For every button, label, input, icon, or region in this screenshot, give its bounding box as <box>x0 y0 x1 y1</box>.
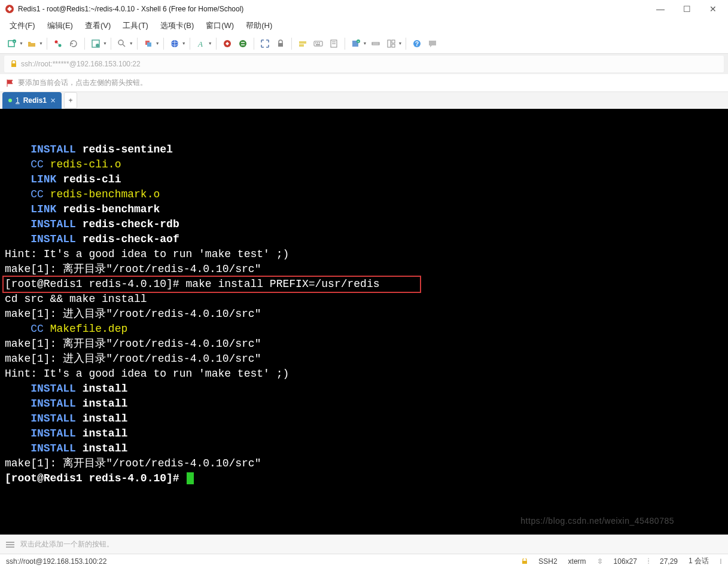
svg-rect-40 <box>11 63 16 67</box>
highlight-icon[interactable] <box>296 36 310 51</box>
statusbar: ssh://root@192.168.153.100:22 SSH2 xterm… <box>0 554 728 568</box>
terminal-line: CC Makefile.dep <box>5 322 723 337</box>
terminal-line: Hint: It's a good idea to run 'make test… <box>5 367 723 381</box>
svg-text:?: ? <box>415 41 419 47</box>
svg-rect-24 <box>317 42 318 44</box>
terminal-line: make[1]: 离开目录"/root/redis-4.0.10/src" <box>5 456 723 471</box>
terminal-line: LINK redis-benchmark <box>5 202 723 217</box>
tab-label: Redis1 <box>23 96 47 105</box>
tab-index: 1 <box>16 96 20 105</box>
status-term: xterm <box>568 557 586 566</box>
svg-text:+: + <box>14 39 16 43</box>
minimize-button[interactable]: — <box>653 4 668 14</box>
xshell-icon[interactable] <box>220 36 234 51</box>
menu-item-2[interactable]: 查看(V) <box>80 19 115 32</box>
compose-menu-icon[interactable] <box>6 542 14 548</box>
compose-icon[interactable] <box>368 36 383 51</box>
disconnect-icon[interactable] <box>51 36 65 51</box>
terminal-line: INSTALL redis-sentinel <box>5 142 723 157</box>
address-url: ssh://root:******@192.168.153.100:22 <box>21 60 141 68</box>
terminal[interactable]: https://blog.csdn.net/weixin_45480785 IN… <box>0 109 728 535</box>
help-icon[interactable]: ? <box>410 36 424 51</box>
svg-rect-36 <box>392 40 395 43</box>
svg-rect-25 <box>319 42 320 44</box>
search-icon[interactable] <box>115 36 129 51</box>
svg-text:A: A <box>197 39 203 48</box>
lock-icon[interactable] <box>273 36 288 51</box>
new-tab-icon[interactable]: + <box>349 36 363 51</box>
status-sessions: 1 会话 <box>689 556 709 566</box>
terminal-line: INSTALL redis-check-rdb <box>5 217 723 232</box>
menu-item-1[interactable]: 编辑(E) <box>42 19 78 32</box>
menu-item-6[interactable]: 帮助(H) <box>241 19 277 32</box>
status-size-icon: ⇳ <box>597 557 603 566</box>
layout-icon[interactable] <box>384 36 398 51</box>
open-icon[interactable] <box>25 36 39 51</box>
svg-line-10 <box>123 44 125 47</box>
font-icon[interactable]: A <box>194 36 208 51</box>
copy-icon[interactable] <box>141 36 156 51</box>
new-session-icon[interactable]: + <box>5 36 19 51</box>
terminal-line: INSTALL install <box>5 426 723 441</box>
watermark-text: https://blog.csdn.net/weixin_45480785 <box>520 514 674 529</box>
svg-rect-20 <box>299 41 306 44</box>
tab-close-icon[interactable]: ✕ <box>50 97 56 105</box>
svg-rect-35 <box>388 40 391 47</box>
status-pos: 27,29 <box>660 557 678 566</box>
properties-icon[interactable] <box>89 36 103 51</box>
svg-rect-37 <box>392 44 395 47</box>
terminal-line: CC redis-benchmark.o <box>5 187 723 202</box>
titlebar: Redis1 - root@Redis1:~/redis-4.0.10 - Xs… <box>0 0 728 18</box>
terminal-line: make[1]: 离开目录"/root/redis-4.0.10/src" <box>5 337 723 352</box>
terminal-line: [root@Redis1 redis-4.0.10]# <box>5 471 723 486</box>
flag-icon[interactable] <box>6 79 14 87</box>
fullscreen-icon[interactable] <box>258 36 272 51</box>
tabstrip: 1 Redis1 ✕ + <box>0 92 728 109</box>
lock-icon <box>10 60 17 68</box>
terminal-line: LINK redis-cli <box>5 172 723 187</box>
compose-bar: 双击此处添加一个新的按钮。 <box>0 535 728 554</box>
status-ssh: SSH2 <box>538 557 557 566</box>
terminal-line: INSTALL redis-check-aof <box>5 232 723 247</box>
terminal-line: [root@Redis1 redis-4.0.10]# make install… <box>5 277 723 292</box>
terminal-line: INSTALL install <box>5 441 723 456</box>
script-icon[interactable] <box>327 36 341 51</box>
terminal-line: INSTALL install <box>5 411 723 426</box>
toolbar: +▼ ▼ ▼ ▼ ▼ ▼ A▼ +▼ ▼ ? <box>0 33 728 54</box>
svg-rect-19 <box>278 43 283 47</box>
menubar: 文件(F)编辑(E)查看(V)工具(T)选项卡(B)窗口(W)帮助(H) <box>0 18 728 33</box>
terminal-line: make[1]: 离开目录"/root/redis-4.0.10/src" <box>5 262 723 277</box>
status-pos-icon: ⦙ <box>648 557 649 566</box>
addressbar[interactable]: ssh://root:******@192.168.153.100:22 <box>4 55 724 73</box>
svg-text:+: + <box>357 39 359 43</box>
tab-add-button[interactable]: + <box>64 92 77 109</box>
menu-item-5[interactable]: 窗口(W) <box>201 19 239 32</box>
terminal-line: make[1]: 进入目录"/root/redis-4.0.10/src" <box>5 352 723 367</box>
svg-point-9 <box>118 40 123 45</box>
menu-item-0[interactable]: 文件(F) <box>5 19 40 32</box>
keyboard-icon[interactable] <box>311 36 325 51</box>
svg-rect-23 <box>315 42 316 44</box>
status-more-icon[interactable]: ⁞ <box>720 557 722 566</box>
status-size: 106x27 <box>614 557 637 566</box>
terminal-line: CC redis-cli.o <box>5 157 723 172</box>
terminal-line: cd src && make install <box>5 292 723 307</box>
svg-rect-12 <box>147 42 151 47</box>
menu-item-3[interactable]: 工具(T) <box>118 19 153 32</box>
status-dot-icon <box>8 99 12 102</box>
reconnect-icon[interactable] <box>66 36 81 51</box>
maximize-button[interactable]: ☐ <box>679 4 695 14</box>
menu-item-4[interactable]: 选项卡(B) <box>156 19 199 32</box>
terminal-line: make[1]: 进入目录"/root/redis-4.0.10/src" <box>5 307 723 322</box>
svg-line-6 <box>57 42 59 45</box>
compose-placeholder[interactable]: 双击此处添加一个新的按钮。 <box>20 539 114 549</box>
xftp-icon[interactable] <box>236 36 250 51</box>
svg-rect-22 <box>314 41 322 46</box>
chat-icon[interactable] <box>425 36 440 51</box>
svg-rect-21 <box>299 44 304 47</box>
terminal-line: INSTALL install <box>5 381 723 396</box>
tab-redis1[interactable]: 1 Redis1 ✕ <box>2 92 62 109</box>
globe-icon[interactable] <box>167 36 182 51</box>
window-title: Redis1 - root@Redis1:~/redis-4.0.10 - Xs… <box>18 5 243 13</box>
close-button[interactable]: ✕ <box>705 4 721 14</box>
